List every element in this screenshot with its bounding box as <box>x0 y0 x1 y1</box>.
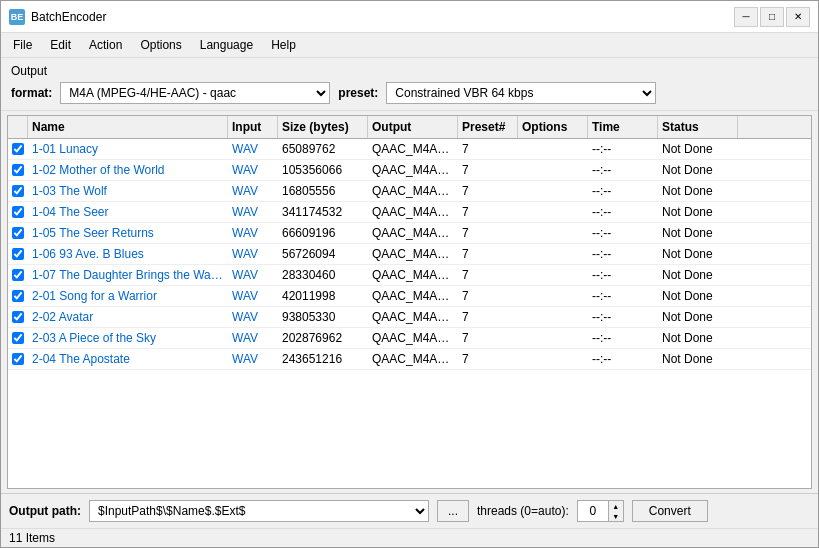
row-time-1: --:-- <box>588 160 658 180</box>
row-size-6: 28330460 <box>278 265 368 285</box>
row-status-9: Not Done <box>658 328 738 348</box>
row-input-3: WAV <box>228 202 278 222</box>
row-checkbox-cell-3[interactable] <box>8 202 28 222</box>
menu-help[interactable]: Help <box>263 35 304 55</box>
preset-select[interactable]: Constrained VBR 64 kbps <box>386 82 656 104</box>
col-time: Time <box>588 116 658 138</box>
row-preset-2: 7 <box>458 181 518 201</box>
preset-label: preset: <box>338 86 378 100</box>
row-name-3[interactable]: 1-04 The Seer <box>28 202 228 222</box>
threads-input[interactable] <box>578 501 608 521</box>
browse-button[interactable]: ... <box>437 500 469 522</box>
row-preset-7: 7 <box>458 286 518 306</box>
row-preset-1: 7 <box>458 160 518 180</box>
row-checkbox-cell-5[interactable] <box>8 244 28 264</box>
menu-action[interactable]: Action <box>81 35 130 55</box>
col-input: Input <box>228 116 278 138</box>
table-row: 1-06 93 Ave. B Blues WAV 56726094 QAAC_M… <box>8 244 811 265</box>
row-checkbox-6[interactable] <box>12 269 24 281</box>
row-time-6: --:-- <box>588 265 658 285</box>
row-preset-9: 7 <box>458 328 518 348</box>
row-checkbox-2[interactable] <box>12 185 24 197</box>
row-preset-8: 7 <box>458 307 518 327</box>
row-name-2[interactable]: 1-03 The Wolf <box>28 181 228 201</box>
window-controls: ─ □ ✕ <box>734 7 810 27</box>
row-checkbox-cell-7[interactable] <box>8 286 28 306</box>
threads-label: threads (0=auto): <box>477 504 569 518</box>
row-name-7[interactable]: 2-01 Song for a Warrior <box>28 286 228 306</box>
row-output-1: QAAC_M4A_HE <box>368 160 458 180</box>
menu-edit[interactable]: Edit <box>42 35 79 55</box>
row-output-4: QAAC_M4A_HE <box>368 223 458 243</box>
row-options-8 <box>518 307 588 327</box>
row-status-4: Not Done <box>658 223 738 243</box>
row-size-4: 66609196 <box>278 223 368 243</box>
row-name-6[interactable]: 1-07 The Daughter Brings the Water <box>28 265 228 285</box>
row-preset-0: 7 <box>458 139 518 159</box>
threads-down-button[interactable]: ▼ <box>609 511 623 521</box>
row-name-9[interactable]: 2-03 A Piece of the Sky <box>28 328 228 348</box>
col-check <box>8 116 28 138</box>
row-checkbox-cell-0[interactable] <box>8 139 28 159</box>
file-list-header: Name Input Size (bytes) Output Preset# O… <box>8 116 811 139</box>
row-checkbox-9[interactable] <box>12 332 24 344</box>
row-name-8[interactable]: 2-02 Avatar <box>28 307 228 327</box>
row-status-2: Not Done <box>658 181 738 201</box>
row-status-10: Not Done <box>658 349 738 369</box>
row-checkbox-1[interactable] <box>12 164 24 176</box>
table-row: 2-04 The Apostate WAV 243651216 QAAC_M4A… <box>8 349 811 370</box>
table-row: 1-02 Mother of the World WAV 105356066 Q… <box>8 160 811 181</box>
row-checkbox-cell-2[interactable] <box>8 181 28 201</box>
row-checkbox-cell-9[interactable] <box>8 328 28 348</box>
row-size-8: 93805330 <box>278 307 368 327</box>
row-checkbox-7[interactable] <box>12 290 24 302</box>
row-input-2: WAV <box>228 181 278 201</box>
row-checkbox-cell-4[interactable] <box>8 223 28 243</box>
row-input-10: WAV <box>228 349 278 369</box>
col-name: Name <box>28 116 228 138</box>
table-row: 1-05 The Seer Returns WAV 66609196 QAAC_… <box>8 223 811 244</box>
row-checkbox-cell-1[interactable] <box>8 160 28 180</box>
output-path-label: Output path: <box>9 504 81 518</box>
row-output-10: QAAC_M4A_HE <box>368 349 458 369</box>
row-time-7: --:-- <box>588 286 658 306</box>
row-input-7: WAV <box>228 286 278 306</box>
output-section: Output format: M4A (MPEG-4/HE-AAC) - qaa… <box>1 58 818 111</box>
row-name-5[interactable]: 1-06 93 Ave. B Blues <box>28 244 228 264</box>
row-output-7: QAAC_M4A_HE <box>368 286 458 306</box>
row-output-2: QAAC_M4A_HE <box>368 181 458 201</box>
row-name-0[interactable]: 1-01 Lunacy <box>28 139 228 159</box>
main-window: BE BatchEncoder ─ □ ✕ File Edit Action O… <box>0 0 819 548</box>
close-button[interactable]: ✕ <box>786 7 810 27</box>
row-checkbox-cell-8[interactable] <box>8 307 28 327</box>
menu-options[interactable]: Options <box>132 35 189 55</box>
convert-button[interactable]: Convert <box>632 500 708 522</box>
row-name-1[interactable]: 1-02 Mother of the World <box>28 160 228 180</box>
row-checkbox-5[interactable] <box>12 248 24 260</box>
minimize-button[interactable]: ─ <box>734 7 758 27</box>
threads-up-button[interactable]: ▲ <box>609 501 623 511</box>
title-bar-left: BE BatchEncoder <box>9 9 106 25</box>
row-preset-10: 7 <box>458 349 518 369</box>
row-status-0: Not Done <box>658 139 738 159</box>
menu-file[interactable]: File <box>5 35 40 55</box>
output-path-select[interactable]: $InputPath$\$Name$.$Ext$ <box>89 500 429 522</box>
row-checkbox-8[interactable] <box>12 311 24 323</box>
menu-language[interactable]: Language <box>192 35 261 55</box>
row-options-4 <box>518 223 588 243</box>
row-name-10[interactable]: 2-04 The Apostate <box>28 349 228 369</box>
threads-spinner: ▲ ▼ <box>608 501 623 521</box>
table-row: 2-01 Song for a Warrior WAV 42011998 QAA… <box>8 286 811 307</box>
format-select[interactable]: M4A (MPEG-4/HE-AAC) - qaac <box>60 82 330 104</box>
maximize-button[interactable]: □ <box>760 7 784 27</box>
row-checkbox-3[interactable] <box>12 206 24 218</box>
row-checkbox-cell-6[interactable] <box>8 265 28 285</box>
row-checkbox-0[interactable] <box>12 143 24 155</box>
row-checkbox-10[interactable] <box>12 353 24 365</box>
row-name-4[interactable]: 1-05 The Seer Returns <box>28 223 228 243</box>
row-checkbox-4[interactable] <box>12 227 24 239</box>
row-size-9: 202876962 <box>278 328 368 348</box>
row-status-8: Not Done <box>658 307 738 327</box>
row-checkbox-cell-10[interactable] <box>8 349 28 369</box>
title-bar: BE BatchEncoder ─ □ ✕ <box>1 1 818 33</box>
